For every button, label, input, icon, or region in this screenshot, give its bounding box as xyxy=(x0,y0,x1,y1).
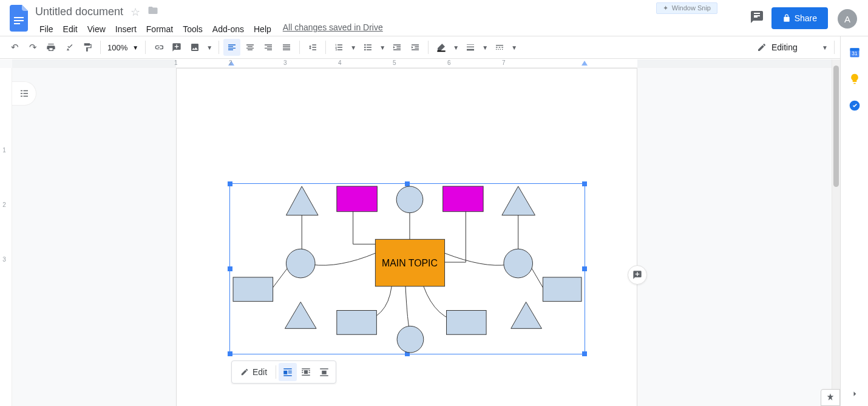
pencil-icon xyxy=(757,42,767,52)
document-title[interactable]: Untitled document xyxy=(35,5,123,18)
border-weight-dropdown-icon[interactable]: ▼ xyxy=(480,39,490,56)
svg-rect-10 xyxy=(496,45,503,46)
wrap-inline-icon[interactable] xyxy=(279,363,297,381)
svg-rect-39 xyxy=(283,371,287,374)
bulleted-list-icon[interactable] xyxy=(359,39,376,56)
keep-icon[interactable] xyxy=(849,73,861,85)
star-icon[interactable]: ☆ xyxy=(131,5,140,19)
horizontal-ruler[interactable]: 1234567 xyxy=(12,59,832,68)
menu-tools[interactable]: Tools xyxy=(178,22,207,36)
vertical-scrollbar[interactable] xyxy=(832,59,840,389)
window-snip-hint: Window Snip xyxy=(656,2,717,14)
side-panel: 31 xyxy=(840,36,868,406)
svg-rect-31 xyxy=(233,277,273,302)
border-weight-icon[interactable] xyxy=(462,39,479,56)
main-menu: File Edit View Insert Format Tools Add-o… xyxy=(35,19,750,36)
lock-icon xyxy=(782,14,791,22)
explore-button[interactable] xyxy=(821,389,840,406)
svg-rect-47 xyxy=(302,372,303,373)
line-spacing-icon[interactable] xyxy=(304,39,321,56)
menu-view[interactable]: View xyxy=(83,22,110,36)
paint-format-icon[interactable] xyxy=(79,39,96,56)
move-folder-icon[interactable] xyxy=(147,5,158,19)
align-left-icon[interactable] xyxy=(223,39,240,56)
svg-rect-12 xyxy=(499,47,501,47)
svg-rect-14 xyxy=(496,49,497,50)
add-comment-bubble[interactable] xyxy=(628,265,647,285)
zoom-selector[interactable]: 100%▼ xyxy=(105,43,141,52)
undo-icon[interactable]: ↶ xyxy=(6,39,23,56)
svg-rect-13 xyxy=(501,47,503,47)
menu-insert[interactable]: Insert xyxy=(111,22,141,36)
insert-comment-icon[interactable] xyxy=(168,39,185,56)
svg-text:MAIN TOPIC: MAIN TOPIC xyxy=(382,258,438,268)
image-dropdown-icon[interactable]: ▼ xyxy=(205,39,214,56)
share-button[interactable]: Share xyxy=(771,7,828,29)
svg-rect-36 xyxy=(447,311,487,335)
open-comments-icon[interactable] xyxy=(750,10,764,27)
indent-icon[interactable] xyxy=(407,39,424,56)
mode-label: Editing xyxy=(771,42,798,52)
svg-marker-37 xyxy=(511,302,542,329)
menu-edit[interactable]: Edit xyxy=(59,22,82,36)
svg-rect-52 xyxy=(320,375,328,376)
svg-rect-23 xyxy=(337,186,378,212)
numbered-list-icon[interactable] xyxy=(330,39,347,56)
svg-rect-50 xyxy=(320,368,328,370)
svg-marker-26 xyxy=(502,186,535,215)
calendar-icon[interactable]: 31 xyxy=(849,46,861,58)
svg-point-27 xyxy=(286,249,315,278)
redo-icon[interactable]: ↷ xyxy=(24,39,41,56)
insert-image-icon[interactable] xyxy=(186,39,203,56)
svg-point-5 xyxy=(364,49,366,51)
drawing-selection[interactable]: MAIN TOPIC xyxy=(229,183,585,354)
save-status[interactable]: All changes saved in Drive xyxy=(283,22,383,36)
menu-format[interactable]: Format xyxy=(142,22,177,36)
svg-rect-48 xyxy=(309,372,310,373)
outdent-icon[interactable] xyxy=(388,39,405,56)
svg-point-35 xyxy=(397,326,424,353)
wrap-text-icon[interactable] xyxy=(297,363,315,381)
svg-rect-2 xyxy=(14,23,20,24)
account-avatar[interactable]: A xyxy=(838,9,857,29)
border-color-dropdown-icon[interactable]: ▼ xyxy=(451,39,461,56)
side-panel-expand-icon[interactable] xyxy=(849,388,861,400)
insert-link-icon[interactable] xyxy=(150,39,167,56)
svg-marker-33 xyxy=(285,302,316,329)
svg-text:31: 31 xyxy=(852,50,858,56)
border-dash-dropdown-icon[interactable]: ▼ xyxy=(509,39,519,56)
pencil-icon xyxy=(240,368,249,376)
svg-rect-11 xyxy=(496,47,498,47)
menu-addons[interactable]: Add-ons xyxy=(208,22,248,36)
border-dash-icon[interactable] xyxy=(491,39,508,56)
scrollbar-thumb[interactable] xyxy=(833,66,839,187)
zoom-value: 100% xyxy=(107,43,127,52)
print-icon[interactable] xyxy=(42,39,59,56)
bulleted-list-dropdown-icon[interactable]: ▼ xyxy=(378,39,387,56)
svg-rect-32 xyxy=(543,277,581,302)
mode-dropdown-icon[interactable]: ▼ xyxy=(820,39,830,56)
numbered-list-dropdown-icon[interactable]: ▼ xyxy=(348,39,358,56)
tasks-icon[interactable] xyxy=(849,100,861,112)
outline-toggle-icon[interactable] xyxy=(12,81,36,106)
svg-rect-25 xyxy=(443,186,484,212)
wrap-break-icon[interactable] xyxy=(315,363,333,381)
align-center-icon[interactable] xyxy=(242,39,259,56)
svg-rect-51 xyxy=(322,371,327,374)
svg-rect-34 xyxy=(337,311,377,335)
toolbar: ↶ ↷ 100%▼ ▼ ▼ ▼ ▼ ▼ ▼ Editing ▼ xyxy=(0,36,868,59)
vertical-ruler[interactable]: 123 xyxy=(0,68,12,406)
svg-point-4 xyxy=(364,47,366,49)
menu-help[interactable]: Help xyxy=(249,22,276,36)
menu-file[interactable]: File xyxy=(35,22,58,36)
right-indent-marker[interactable] xyxy=(581,61,588,66)
docs-app-icon[interactable] xyxy=(8,5,30,32)
svg-point-3 xyxy=(364,44,366,46)
mode-selector[interactable]: Editing ▼ xyxy=(757,39,830,56)
edit-drawing-button[interactable]: Edit xyxy=(234,367,273,377)
border-color-icon[interactable] xyxy=(433,39,450,56)
spellcheck-icon[interactable] xyxy=(61,39,78,56)
align-right-icon[interactable] xyxy=(260,39,277,56)
align-justify-icon[interactable] xyxy=(278,39,295,56)
svg-rect-0 xyxy=(14,17,24,18)
